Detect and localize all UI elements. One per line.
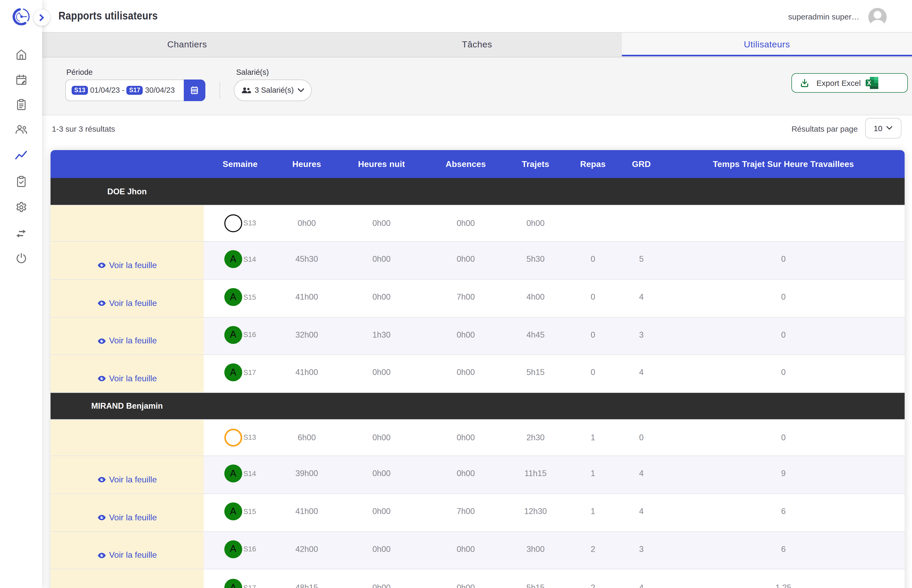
svg-text:X: X — [867, 79, 872, 86]
